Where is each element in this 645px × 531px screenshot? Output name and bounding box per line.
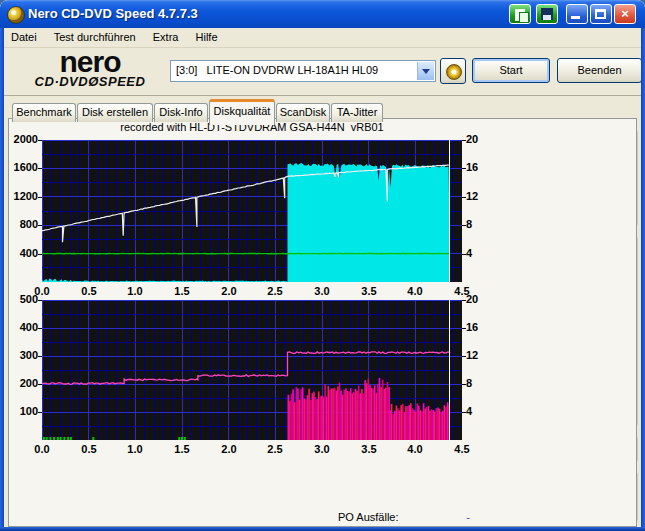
nero-logo-product: CD·DVDØSPEED (20, 74, 160, 89)
menu-extra[interactable]: Extra (146, 28, 186, 43)
y-axis-right-tick-label: 8 (466, 377, 492, 389)
y-axis-tick-label: 2000 (2, 133, 38, 145)
pi-errors-plot (42, 140, 462, 282)
y-axis-tick-label: 200 (2, 377, 38, 389)
minimize-icon (571, 16, 580, 19)
pi-failures-plot (42, 300, 462, 440)
x-axis-tick-label: 0.5 (72, 285, 106, 297)
menu-datei[interactable]: Datei (4, 28, 44, 43)
x-axis-tick-label: 3.0 (305, 443, 339, 455)
y-axis-right-tick-label: 16 (466, 161, 492, 173)
y-axis-right-tick (462, 384, 466, 385)
y-axis-tick-label: 100 (2, 405, 38, 417)
y-axis-right-tick-label: 12 (466, 349, 492, 361)
speed-disc-glyph: Ø (88, 74, 99, 89)
y-axis-right-tick (462, 328, 466, 329)
menu-test-durchfuehren[interactable]: Test durchführen (47, 28, 143, 43)
y-axis-right-tick (462, 412, 466, 413)
x-axis-tick-label: 1.5 (165, 443, 199, 455)
y-axis-tick (38, 384, 42, 385)
start-button[interactable]: Start (472, 58, 550, 83)
y-axis-right-tick-label: 12 (466, 190, 492, 202)
disc-tray-button[interactable] (440, 58, 466, 84)
window-border-bottom (0, 527, 645, 531)
y-axis-tick-label: 500 (2, 293, 38, 305)
y-axis-tick (38, 300, 42, 301)
nero-logo-brand: nero (20, 48, 160, 76)
x-axis-tick-label: 2.0 (212, 285, 246, 297)
tab-ta-jitter[interactable]: TA-Jitter (331, 103, 383, 122)
y-axis-tick (38, 254, 42, 255)
y-axis-tick (38, 328, 42, 329)
y-axis-tick-label: 1600 (2, 161, 38, 173)
y-axis-right-tick (462, 300, 466, 301)
y-axis-right-tick (462, 140, 466, 141)
x-axis-tick-label: 4.5 (445, 443, 479, 455)
tab-benchmark[interactable]: Benchmark (12, 103, 76, 122)
y-axis-tick (38, 225, 42, 226)
y-axis-right-tick (462, 168, 466, 169)
window-border-left (0, 28, 4, 531)
close-button[interactable]: × (614, 4, 636, 24)
y-axis-tick-label: 1200 (2, 190, 38, 202)
copy-button[interactable] (509, 4, 531, 24)
tab-disk-info[interactable]: Disk-Info (154, 103, 208, 122)
title-bar[interactable]: Nero CD-DVD Speed 4.7.7.3 × (0, 0, 645, 28)
po-failures-value: - (400, 511, 470, 523)
y-axis-right-tick-label: 16 (466, 321, 492, 333)
y-axis-right-tick-label: 20 (466, 133, 492, 145)
x-axis-tick-label: 3.0 (305, 285, 339, 297)
drive-select[interactable]: [3:0] LITE-ON DVDRW LH-18A1H HL09 (170, 60, 436, 82)
toolbar: nero CD·DVDØSPEED [3:0] LITE-ON DVDRW LH… (4, 48, 641, 96)
maximize-icon (595, 9, 606, 19)
y-axis-right-tick-label: 4 (466, 247, 492, 259)
x-axis-tick-label: 4.0 (398, 285, 432, 297)
x-axis-tick-label: 1.5 (165, 285, 199, 297)
chevron-down-icon[interactable] (417, 62, 434, 80)
x-axis-tick-label: 0.5 (72, 443, 106, 455)
y-axis-tick (38, 140, 42, 141)
maximize-button[interactable] (590, 4, 612, 24)
x-axis-tick-label: 2.0 (212, 443, 246, 455)
x-axis-tick-label: 4.0 (398, 443, 432, 455)
minimize-button[interactable] (566, 4, 588, 24)
nero-logo: nero CD·DVDØSPEED (20, 48, 160, 89)
y-axis-right-tick (462, 254, 466, 255)
tab-disk-erstellen[interactable]: Disk erstellen (77, 103, 153, 122)
x-axis-tick-label: 2.5 (258, 285, 292, 297)
y-axis-tick (38, 356, 42, 357)
x-axis-tick-label: 3.5 (352, 443, 386, 455)
y-axis-tick (38, 197, 42, 198)
y-axis-tick (38, 168, 42, 169)
y-axis-right-tick (462, 197, 466, 198)
pi-errors-chart: 200016001200800400201612840.00.51.01.52.… (0, 140, 492, 300)
x-axis-tick-label: 1.0 (118, 285, 152, 297)
save-icon (541, 8, 553, 20)
disc-hand-icon (446, 64, 462, 80)
tab-diskqualitaet[interactable]: Diskqualität (209, 99, 275, 125)
save-button[interactable] (536, 4, 558, 24)
app-icon (7, 6, 25, 24)
window-title: Nero CD-DVD Speed 4.7.7.3 (28, 6, 198, 21)
y-axis-tick-label: 400 (2, 247, 38, 259)
drive-select-value: [3:0] LITE-ON DVDRW LH-18A1H HL09 (176, 64, 378, 76)
menu-hilfe[interactable]: Hilfe (189, 28, 225, 43)
x-axis-tick-label: 3.5 (352, 285, 386, 297)
y-axis-right-tick (462, 356, 466, 357)
y-axis-right-tick-label: 20 (466, 293, 492, 305)
x-axis-tick-label: 0.0 (25, 443, 59, 455)
x-axis-tick-label: 1.0 (118, 443, 152, 455)
y-axis-right-tick-label: 8 (466, 218, 492, 230)
close-icon: × (621, 6, 629, 21)
y-axis-tick-label: 300 (2, 349, 38, 361)
y-axis-tick-label: 800 (2, 218, 38, 230)
y-axis-tick-label: 400 (2, 321, 38, 333)
quit-button[interactable]: Beenden (557, 58, 642, 83)
y-axis-right-tick-label: 4 (466, 405, 492, 417)
y-axis-tick (38, 412, 42, 413)
y-axis-right-tick (462, 225, 466, 226)
window-border-right (641, 28, 645, 531)
app-window: Nero CD-DVD Speed 4.7.7.3 × Datei Test d… (0, 0, 645, 531)
pi-failures-chart: 500400300200100201612840.00.51.01.52.02.… (0, 300, 492, 456)
tab-scandisk[interactable]: ScanDisk (276, 103, 330, 122)
